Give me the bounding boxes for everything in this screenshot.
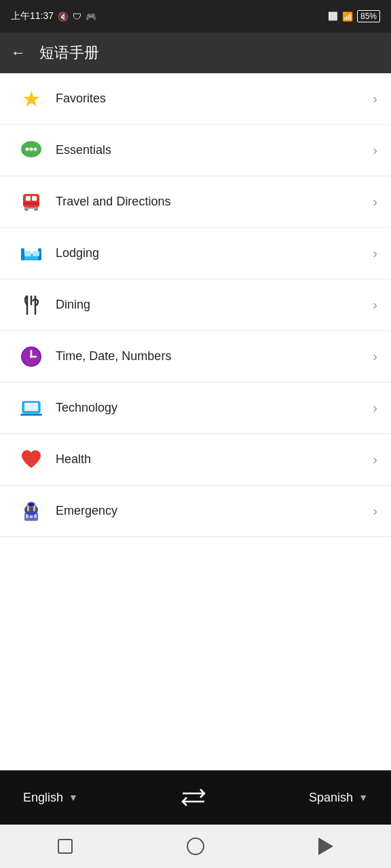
list-item-favorites[interactable]: ★ Favorites › [0, 73, 391, 125]
status-right: ⬜ 📶 85% [328, 10, 380, 22]
source-language-selector[interactable]: English ▼ [14, 784, 88, 812]
list-item-essentials[interactable]: Essentials › [0, 125, 391, 176]
svg-rect-16 [33, 251, 39, 256]
item-label-health: Health [56, 452, 373, 467]
mute-icon: 🔇 [58, 12, 69, 22]
star-icon: ★ [14, 86, 49, 112]
list-item-lodging[interactable]: Lodging › [0, 228, 391, 279]
bed-icon [14, 241, 49, 266]
svg-rect-6 [26, 196, 31, 201]
item-label-time: Time, Date, Numbers [56, 349, 373, 363]
gamepad-icon: 🎮 [86, 12, 96, 22]
target-language-dropdown-icon: ▼ [358, 792, 368, 803]
item-label-essentials: Essentials [56, 143, 373, 157]
page-title: 短语手册 [39, 43, 99, 63]
triangle-icon [318, 837, 333, 855]
chevron-icon-essentials: › [373, 142, 377, 158]
language-swap-button[interactable] [181, 788, 206, 807]
language-bar: English ▼ Spanish ▼ [0, 770, 391, 825]
nav-square-button[interactable] [45, 833, 86, 860]
item-label-technology: Technology [56, 401, 373, 415]
svg-rect-8 [23, 202, 39, 205]
list-item-time[interactable]: Time, Date, Numbers › [0, 331, 391, 382]
source-language-label: English [23, 791, 63, 805]
circle-icon [187, 837, 204, 855]
app-bar: ← 短语手册 [0, 33, 391, 73]
nav-back-button[interactable] [305, 833, 346, 860]
chevron-icon-travel: › [373, 194, 377, 210]
train-icon [14, 190, 49, 214]
battery-icon: 85% [357, 10, 380, 22]
item-label-emergency: Emergency [56, 504, 373, 518]
chevron-icon-favorites: › [373, 91, 377, 106]
chat-icon [14, 138, 49, 163]
list-item-health[interactable]: Health › [0, 434, 391, 486]
list-item-technology[interactable]: Technology › [0, 382, 391, 434]
item-label-dining: Dining [56, 298, 373, 312]
svg-point-2 [26, 147, 29, 151]
status-left: 上午11:37 🔇 🛡 🎮 [11, 10, 96, 22]
heart-icon [14, 448, 49, 472]
category-list: ★ Favorites › Essentials › Travel and Di… [0, 73, 391, 770]
item-label-favorites: Favorites [56, 92, 373, 106]
list-item-emergency[interactable]: Emergency › [0, 486, 391, 537]
svg-point-4 [34, 147, 37, 151]
chevron-icon-technology: › [373, 400, 377, 416]
swap-icon [181, 788, 206, 807]
svg-rect-13 [21, 248, 24, 260]
wifi-icon: 📶 [342, 12, 353, 22]
list-item-travel[interactable]: Travel and Directions › [0, 176, 391, 228]
target-language-selector[interactable]: Spanish ▼ [299, 784, 377, 812]
chevron-icon-dining: › [373, 297, 377, 313]
dining-icon [14, 293, 49, 317]
svg-rect-7 [32, 196, 37, 201]
svg-rect-15 [24, 251, 31, 256]
svg-rect-26 [24, 403, 38, 411]
status-time: 上午11:37 [11, 10, 54, 22]
svg-point-36 [29, 502, 34, 506]
laptop-icon [14, 396, 49, 420]
navigation-bar [0, 825, 391, 868]
back-button[interactable]: ← [11, 44, 26, 62]
svg-rect-11 [26, 208, 37, 209]
screen-icon: ⬜ [328, 12, 338, 21]
clock-icon [14, 344, 49, 369]
list-item-dining[interactable]: Dining › [0, 279, 391, 331]
chevron-icon-lodging: › [373, 245, 377, 261]
svg-rect-27 [20, 414, 42, 416]
nav-home-button[interactable] [175, 833, 216, 860]
source-language-dropdown-icon: ▼ [69, 792, 78, 803]
item-label-travel: Travel and Directions [56, 195, 373, 209]
square-icon [58, 839, 73, 854]
emergency-icon [14, 499, 49, 524]
svg-point-3 [30, 147, 33, 151]
status-bar: 上午11:37 🔇 🛡 🎮 ⬜ 📶 85% [0, 0, 391, 33]
item-label-lodging: Lodging [56, 246, 373, 260]
chevron-icon-emergency: › [373, 503, 377, 519]
chevron-icon-health: › [373, 452, 377, 467]
svg-rect-5 [23, 194, 39, 208]
chevron-icon-time: › [373, 349, 377, 364]
target-language-label: Spanish [309, 791, 353, 805]
svg-point-24 [30, 355, 33, 358]
shield-icon: 🛡 [73, 12, 81, 22]
